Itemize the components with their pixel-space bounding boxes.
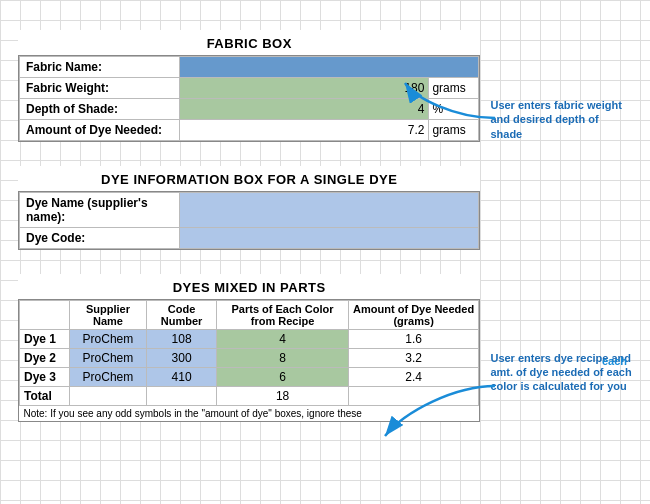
dye3-parts[interactable]: 6 — [217, 368, 349, 387]
dye-name-value[interactable] — [180, 193, 479, 228]
dye2-parts[interactable]: 8 — [217, 349, 349, 368]
fabric-weight-value[interactable]: 180 — [180, 78, 429, 99]
total-parts: 18 — [217, 387, 349, 406]
dye-needed-label: Amount of Dye Needed: — [20, 120, 180, 141]
annotation1-area: User enters fabric weight and desired de… — [490, 98, 632, 141]
table-row: Dye Name (supplier's name): — [20, 193, 479, 228]
dye2-supplier[interactable]: ProChem — [70, 349, 147, 368]
dye-needed-value: 7.2 — [180, 120, 429, 141]
dye-info-box: Dye Name (supplier's name): Dye Code: — [18, 191, 480, 250]
arrow2-svg — [375, 381, 505, 451]
dye1-supplier[interactable]: ProChem — [70, 330, 147, 349]
col-header-empty — [20, 301, 70, 330]
fabric-name-label: Fabric Name: — [20, 57, 180, 78]
fabric-weight-label: Fabric Weight: — [20, 78, 180, 99]
dye1-code[interactable]: 108 — [146, 330, 216, 349]
annotation1-text: User enters fabric weight and desired de… — [490, 98, 632, 141]
fabric-box-title: FABRIC BOX — [18, 30, 480, 55]
dyes-mixed-title: DYES MIXED IN PARTS — [18, 274, 480, 299]
col-header-code: Code Number — [146, 301, 216, 330]
total-label: Total — [20, 387, 70, 406]
dye2-label: Dye 2 — [20, 349, 70, 368]
each-label: each — [602, 355, 627, 367]
dye1-row: Dye 1 ProChem 108 4 1.6 — [20, 330, 479, 349]
dye2-amount: 3.2 — [348, 349, 479, 368]
dye3-code[interactable]: 410 — [146, 368, 216, 387]
arrow1-svg — [395, 68, 505, 128]
dye3-label: Dye 3 — [20, 368, 70, 387]
table-row: Dye Code: — [20, 228, 479, 249]
dye-code-label: Dye Code: — [20, 228, 180, 249]
dye2-code[interactable]: 300 — [146, 349, 216, 368]
dye-code-value[interactable] — [180, 228, 479, 249]
dye-name-label: Dye Name (supplier's name): — [20, 193, 180, 228]
dye-info-title: DYE INFORMATION BOX FOR A SINGLE DYE — [18, 166, 480, 191]
depth-shade-value[interactable]: 4 — [180, 99, 429, 120]
dye3-supplier[interactable]: ProChem — [70, 368, 147, 387]
col-header-parts: Parts of Each Color from Recipe — [217, 301, 349, 330]
table-header-row: Supplier Name Code Number Parts of Each … — [20, 301, 479, 330]
total-supplier — [70, 387, 147, 406]
dye2-row: Dye 2 ProChem 300 8 3.2 — [20, 349, 479, 368]
depth-shade-label: Depth of Shade: — [20, 99, 180, 120]
total-code — [146, 387, 216, 406]
dye1-amount: 1.6 — [348, 330, 479, 349]
col-header-amount: Amount of Dye Needed (grams) — [348, 301, 479, 330]
right-panel: User enters fabric weight and desired de… — [480, 18, 632, 422]
dye1-label: Dye 1 — [20, 330, 70, 349]
dye1-parts[interactable]: 4 — [217, 330, 349, 349]
col-header-supplier: Supplier Name — [70, 301, 147, 330]
